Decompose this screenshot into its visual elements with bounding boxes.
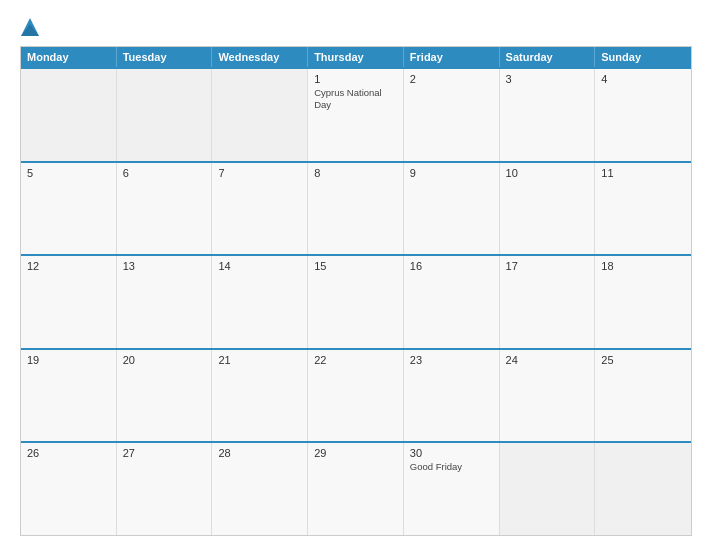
day-header-sunday: Sunday xyxy=(595,47,691,67)
cal-cell: 22 xyxy=(308,350,404,442)
day-number: 28 xyxy=(218,447,301,459)
cal-cell: 30Good Friday xyxy=(404,443,500,535)
cal-cell: 9 xyxy=(404,163,500,255)
day-number: 6 xyxy=(123,167,206,179)
cal-cell: 20 xyxy=(117,350,213,442)
cal-cell: 4 xyxy=(595,69,691,161)
cal-cell: 25 xyxy=(595,350,691,442)
day-header-monday: Monday xyxy=(21,47,117,67)
day-number: 12 xyxy=(27,260,110,272)
cal-cell: 28 xyxy=(212,443,308,535)
day-number: 2 xyxy=(410,73,493,85)
cal-cell: 29 xyxy=(308,443,404,535)
page-header xyxy=(20,18,692,36)
day-event: Cyprus National Day xyxy=(314,87,397,112)
cal-cell: 11 xyxy=(595,163,691,255)
day-number: 1 xyxy=(314,73,397,85)
cal-cell: 7 xyxy=(212,163,308,255)
cal-cell: 23 xyxy=(404,350,500,442)
logo-icon xyxy=(21,18,39,36)
day-header-wednesday: Wednesday xyxy=(212,47,308,67)
week-row-3: 12131415161718 xyxy=(21,254,691,348)
day-number: 22 xyxy=(314,354,397,366)
week-row-2: 567891011 xyxy=(21,161,691,255)
cal-cell: 6 xyxy=(117,163,213,255)
day-number: 29 xyxy=(314,447,397,459)
day-number: 30 xyxy=(410,447,493,459)
cal-cell: 3 xyxy=(500,69,596,161)
day-number: 21 xyxy=(218,354,301,366)
week-row-5: 2627282930Good Friday xyxy=(21,441,691,535)
day-number: 27 xyxy=(123,447,206,459)
day-event: Good Friday xyxy=(410,461,493,473)
day-number: 25 xyxy=(601,354,685,366)
cal-cell: 21 xyxy=(212,350,308,442)
cal-cell: 17 xyxy=(500,256,596,348)
logo xyxy=(20,18,40,36)
day-number: 7 xyxy=(218,167,301,179)
day-number: 11 xyxy=(601,167,685,179)
day-number: 16 xyxy=(410,260,493,272)
cal-cell xyxy=(595,443,691,535)
calendar-grid: MondayTuesdayWednesdayThursdayFridaySatu… xyxy=(20,46,692,536)
cal-cell: 8 xyxy=(308,163,404,255)
day-number: 13 xyxy=(123,260,206,272)
cal-cell: 27 xyxy=(117,443,213,535)
day-number: 3 xyxy=(506,73,589,85)
cal-cell: 5 xyxy=(21,163,117,255)
day-number: 20 xyxy=(123,354,206,366)
cal-cell: 14 xyxy=(212,256,308,348)
day-number: 14 xyxy=(218,260,301,272)
cal-cell: 12 xyxy=(21,256,117,348)
cal-cell: 24 xyxy=(500,350,596,442)
cal-cell: 15 xyxy=(308,256,404,348)
day-number: 10 xyxy=(506,167,589,179)
cal-cell: 10 xyxy=(500,163,596,255)
week-row-4: 19202122232425 xyxy=(21,348,691,442)
day-number: 15 xyxy=(314,260,397,272)
cal-cell xyxy=(212,69,308,161)
cal-cell: 1Cyprus National Day xyxy=(308,69,404,161)
day-number: 9 xyxy=(410,167,493,179)
day-number: 26 xyxy=(27,447,110,459)
cal-cell xyxy=(500,443,596,535)
day-number: 5 xyxy=(27,167,110,179)
cal-cell: 2 xyxy=(404,69,500,161)
day-header-tuesday: Tuesday xyxy=(117,47,213,67)
svg-marker-1 xyxy=(21,24,39,36)
cal-cell: 19 xyxy=(21,350,117,442)
cal-cell: 16 xyxy=(404,256,500,348)
calendar-header: MondayTuesdayWednesdayThursdayFridaySatu… xyxy=(21,47,691,67)
day-header-thursday: Thursday xyxy=(308,47,404,67)
day-header-friday: Friday xyxy=(404,47,500,67)
calendar-page: MondayTuesdayWednesdayThursdayFridaySatu… xyxy=(0,0,712,550)
cal-cell: 13 xyxy=(117,256,213,348)
day-number: 19 xyxy=(27,354,110,366)
cal-cell xyxy=(21,69,117,161)
cal-cell: 26 xyxy=(21,443,117,535)
day-number: 18 xyxy=(601,260,685,272)
day-number: 4 xyxy=(601,73,685,85)
day-header-saturday: Saturday xyxy=(500,47,596,67)
cal-cell xyxy=(117,69,213,161)
day-number: 8 xyxy=(314,167,397,179)
day-number: 17 xyxy=(506,260,589,272)
calendar-body: 1Cyprus National Day23456789101112131415… xyxy=(21,67,691,535)
day-number: 24 xyxy=(506,354,589,366)
day-number: 23 xyxy=(410,354,493,366)
cal-cell: 18 xyxy=(595,256,691,348)
week-row-1: 1Cyprus National Day234 xyxy=(21,67,691,161)
